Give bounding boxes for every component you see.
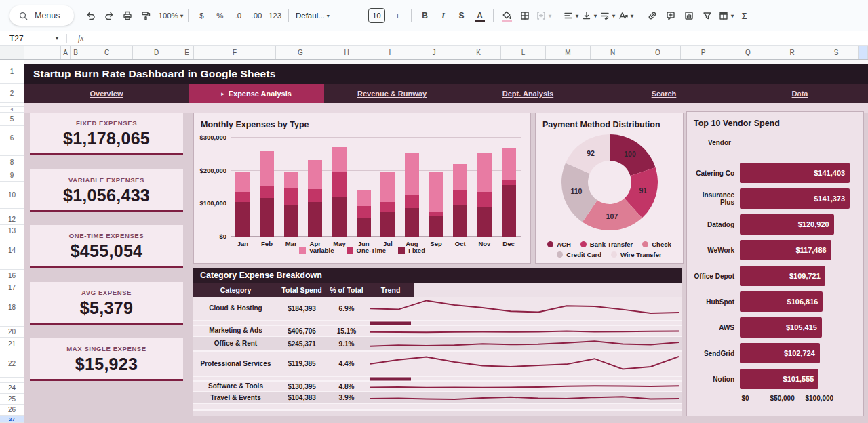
column-header-Q[interactable]: Q — [726, 46, 770, 59]
strikethrough-button[interactable]: S — [453, 7, 470, 24]
row-header-hidden[interactable] — [0, 264, 24, 270]
insert-table-button[interactable]: ▾ — [717, 7, 734, 24]
redo-icon — [104, 10, 115, 21]
bold-button[interactable]: B — [416, 7, 433, 24]
row-header-hidden[interactable] — [0, 378, 24, 383]
column-header-F[interactable]: F — [194, 46, 276, 59]
legend-item-bank-transfer: Bank Transfer — [580, 241, 633, 248]
text-color-button[interactable]: A — [471, 7, 488, 24]
merge-cells-button[interactable]: ▾ — [535, 7, 552, 24]
column-header-T[interactable] — [859, 46, 868, 59]
column-header-M[interactable]: M — [546, 46, 591, 59]
format-currency-button[interactable]: $ — [193, 7, 210, 24]
print-button[interactable] — [119, 7, 136, 24]
row-header-25[interactable]: 25 — [0, 394, 24, 405]
insert-comment-button[interactable] — [663, 7, 679, 24]
row-header-21[interactable]: 21 — [0, 338, 24, 350]
column-header-C[interactable]: C — [81, 46, 133, 59]
row-header-2[interactable]: 2 — [0, 84, 24, 103]
column-header-L[interactable]: L — [501, 46, 546, 59]
font-size-input[interactable]: 10 — [368, 8, 385, 23]
row-header-hidden[interactable] — [0, 209, 24, 214]
row-header-10[interactable]: 10 — [0, 182, 24, 209]
more-formats-button[interactable]: 123 — [267, 7, 283, 24]
decrease-font-size-button[interactable]: − — [347, 7, 364, 24]
category-row-cloud-hosting: Cloud & Hosting$184,3936.9% — [193, 297, 682, 321]
font-select[interactable]: Defaul...▾ — [296, 12, 335, 20]
row-header-22[interactable]: 22 — [0, 350, 24, 378]
insert-chart-button[interactable] — [681, 7, 698, 24]
row-header-16[interactable]: 16 — [0, 270, 24, 281]
italic-button[interactable]: I — [435, 7, 452, 24]
redo-button[interactable] — [101, 7, 118, 24]
format-percent-button[interactable]: % — [212, 7, 229, 24]
select-all-corner[interactable] — [0, 46, 24, 59]
column-header-A[interactable]: A — [61, 46, 71, 59]
column-header-K[interactable]: K — [456, 46, 501, 59]
column-header-G[interactable]: G — [276, 46, 326, 59]
increase-font-size-button[interactable]: + — [389, 7, 406, 24]
vendor-spend-panel[interactable]: Top 10 Vendor Spend Vendor Catering Co$1… — [686, 111, 864, 416]
insert-link-button[interactable] — [644, 7, 661, 24]
row-header-13[interactable]: 13 — [0, 225, 24, 237]
column-header-S[interactable]: S — [814, 46, 859, 59]
text-wrap-button[interactable]: ▾ — [599, 7, 616, 24]
column-header-blank[interactable] — [24, 46, 61, 59]
tab-revenue-runway[interactable]: Revenue & Runway — [324, 84, 460, 103]
category-name: Cloud & Hosting — [193, 304, 278, 313]
row-header-24[interactable]: 24 — [0, 383, 24, 394]
row-header-5[interactable]: 5 — [0, 113, 24, 126]
horizontal-align-button[interactable]: ▾ — [562, 7, 579, 24]
bar-segment-variable — [380, 172, 395, 202]
column-header-O[interactable]: O — [635, 46, 681, 59]
column-header-N[interactable]: N — [591, 46, 635, 59]
undo-button[interactable] — [83, 7, 100, 24]
row-header-27[interactable]: 27 — [0, 416, 24, 423]
create-filter-button[interactable] — [699, 7, 716, 24]
name-box[interactable]: T27 ▾ — [0, 34, 62, 43]
tab-expense-analysis[interactable]: ▸Expense Analysis — [189, 84, 324, 103]
row-header-14[interactable]: 14 — [0, 237, 24, 264]
fill-color-button[interactable] — [498, 7, 515, 24]
tab-overview[interactable]: Overview — [24, 84, 189, 103]
row-header-17[interactable]: 17 — [0, 281, 24, 294]
vertical-align-button[interactable]: ▾ — [580, 7, 597, 24]
row-header-20[interactable]: 20 — [0, 327, 24, 338]
tab-dept-analysis[interactable]: Dept. Analysis — [460, 84, 596, 103]
row-header-1[interactable]: 1 — [0, 60, 24, 84]
monthly-expenses-panel[interactable]: Monthly Expenses by Type $0$100,000$200,… — [193, 113, 531, 264]
column-header-B[interactable]: B — [71, 46, 81, 59]
column-header-E[interactable]: E — [180, 46, 194, 59]
column-header-J[interactable]: J — [412, 46, 456, 59]
column-header-I[interactable]: I — [368, 46, 412, 59]
row-header-hidden[interactable] — [0, 150, 24, 156]
row-header-12[interactable]: 12 — [0, 214, 24, 225]
tab-data[interactable]: Data — [732, 84, 868, 103]
borders-button[interactable] — [517, 7, 534, 24]
menus-search[interactable]: Menus — [9, 5, 74, 26]
row-header-9[interactable]: 9 — [0, 169, 24, 182]
row-header-hidden[interactable] — [0, 321, 24, 327]
increase-decimal-button[interactable]: .00 — [248, 7, 265, 24]
paint-format-button[interactable] — [138, 7, 155, 24]
row-header-18[interactable]: 18 — [0, 294, 24, 321]
functions-button[interactable]: Σ — [736, 7, 753, 24]
row-header-8[interactable]: 8 — [0, 156, 24, 169]
decrease-decimal-button[interactable]: .0 — [230, 7, 247, 24]
category-total: $104,383 — [278, 394, 326, 401]
column-header-D[interactable]: D — [133, 46, 180, 59]
column-header-H[interactable]: H — [326, 46, 368, 59]
category-pct: 6.9% — [326, 305, 368, 313]
row-header-4[interactable]: 4 — [0, 107, 24, 113]
text-rotation-button[interactable]: ▾ — [617, 7, 634, 24]
payment-method-panel[interactable]: Payment Method Distribution 100911071109… — [535, 113, 684, 264]
bar-segment-one-time — [477, 192, 492, 207]
row-header-6[interactable]: 6 — [0, 126, 24, 150]
vendor-x-axis: $0$50,000$100,000 — [745, 395, 856, 404]
tab-search[interactable]: Search — [596, 84, 732, 103]
column-header-P[interactable]: P — [681, 46, 726, 59]
column-header-R[interactable]: R — [770, 46, 814, 59]
metric-value: $455,054 — [30, 241, 183, 261]
row-header-26[interactable]: 26 — [0, 405, 24, 416]
zoom-select[interactable]: 100%▾ — [156, 7, 183, 24]
